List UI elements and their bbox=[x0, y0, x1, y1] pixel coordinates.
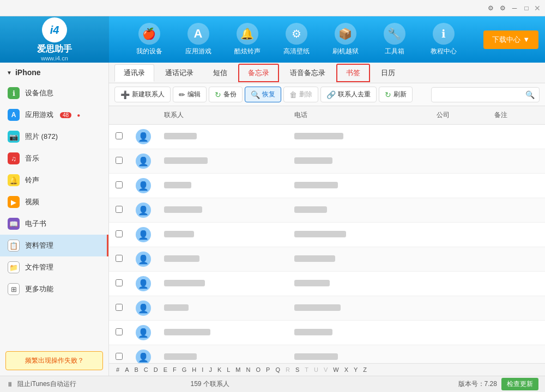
row-checkbox[interactable] bbox=[116, 353, 123, 360]
tab-sms[interactable]: 短信 bbox=[204, 65, 236, 81]
row-checkbox[interactable] bbox=[116, 157, 123, 164]
alpha-P[interactable]: P bbox=[264, 366, 271, 373]
alpha-L[interactable]: L bbox=[225, 366, 232, 373]
close-icon[interactable]: ✕ bbox=[534, 4, 541, 13]
sidebar-item-photos[interactable]: 📷 照片 (872) bbox=[0, 126, 108, 148]
nav-tutorial[interactable]: ℹ 教程中心 bbox=[419, 16, 468, 63]
alpha-H[interactable]: H bbox=[190, 366, 198, 373]
row-check[interactable] bbox=[109, 272, 129, 296]
minimize-icon[interactable]: ─ bbox=[510, 4, 519, 13]
tutorial-icon: ℹ bbox=[433, 23, 455, 45]
alpha-D[interactable]: D bbox=[152, 366, 160, 373]
row-check[interactable] bbox=[109, 174, 129, 198]
alpha-S[interactable]: S bbox=[294, 366, 301, 373]
alpha-C[interactable]: C bbox=[142, 366, 150, 373]
alpha-G[interactable]: G bbox=[180, 366, 189, 373]
backup-button[interactable]: ↻ 备份 bbox=[209, 87, 243, 102]
sidebar-item-file-mgmt[interactable]: 📁 文件管理 bbox=[0, 256, 108, 278]
table-row[interactable]: 👤 bbox=[109, 223, 545, 247]
nav-my-device[interactable]: 🍎 我的设备 bbox=[125, 16, 174, 63]
alpha-Z[interactable]: Z bbox=[361, 366, 368, 373]
nav-ringtones[interactable]: 🔔 酷炫铃声 bbox=[223, 16, 272, 63]
alpha-F[interactable]: F bbox=[171, 366, 178, 373]
row-check[interactable] bbox=[109, 321, 129, 345]
settings2-icon[interactable]: ⚙ bbox=[498, 4, 507, 13]
tab-contacts[interactable]: 通讯录 bbox=[114, 64, 154, 82]
alpha-E[interactable]: E bbox=[162, 366, 169, 373]
alpha-I[interactable]: I bbox=[200, 366, 205, 373]
edit-button[interactable]: ✏ 编辑 bbox=[173, 87, 207, 102]
sidebar-item-ebooks[interactable]: 📖 电子书 bbox=[0, 213, 108, 235]
row-check[interactable] bbox=[109, 149, 129, 174]
alpha-Q[interactable]: Q bbox=[274, 366, 282, 373]
collapse-icon: ▼ bbox=[7, 70, 12, 76]
alpha-N[interactable]: N bbox=[245, 366, 252, 373]
alpha-A[interactable]: A bbox=[123, 366, 130, 373]
delete-button[interactable]: 🗑 删除 bbox=[283, 87, 318, 102]
row-checkbox[interactable] bbox=[116, 328, 123, 335]
nav-toolbox-label: 工具箱 bbox=[385, 47, 404, 56]
table-row[interactable]: 👤 bbox=[109, 125, 545, 149]
search-icon[interactable]: 🔍 bbox=[525, 90, 535, 99]
row-check[interactable] bbox=[109, 296, 129, 321]
nav-jailbreak[interactable]: 📦 刷机越狱 bbox=[321, 16, 370, 63]
alpha-B[interactable]: B bbox=[132, 366, 140, 373]
sidebar-item-music[interactable]: ♫ 音乐 bbox=[0, 148, 108, 169]
trouble-button[interactable]: 频繁出现操作失败？ bbox=[5, 351, 103, 370]
tab-voice-notes[interactable]: 语音备忘录 bbox=[281, 65, 334, 81]
maximize-icon[interactable]: □ bbox=[522, 4, 531, 13]
row-check[interactable] bbox=[109, 223, 129, 247]
alpha-M[interactable]: M bbox=[234, 366, 242, 373]
nav-toolbox[interactable]: 🔧 工具箱 bbox=[370, 16, 419, 63]
table-row[interactable]: 👤 bbox=[109, 149, 545, 174]
alpha-W[interactable]: W bbox=[331, 366, 340, 373]
table-row[interactable]: 👤 bbox=[109, 296, 545, 321]
sidebar-item-ringtones[interactable]: 🔔 铃声 bbox=[0, 169, 108, 191]
row-avatar-cell: 👤 bbox=[129, 296, 158, 321]
sidebar-item-device-info[interactable]: ℹ 设备信息 bbox=[0, 82, 108, 104]
alpha-X[interactable]: X bbox=[343, 366, 350, 373]
row-checkbox[interactable] bbox=[116, 255, 123, 262]
row-checkbox[interactable] bbox=[116, 230, 123, 237]
table-row[interactable]: 👤 bbox=[109, 345, 545, 364]
table-row[interactable]: 👤 bbox=[109, 321, 545, 345]
row-checkbox[interactable] bbox=[116, 279, 123, 286]
search-input[interactable] bbox=[436, 91, 523, 99]
table-row[interactable]: 👤 bbox=[109, 174, 545, 198]
check-update-button[interactable]: 检查更新 bbox=[501, 378, 538, 390]
tab-call-log[interactable]: 通话记录 bbox=[156, 65, 202, 81]
row-check[interactable] bbox=[109, 198, 129, 223]
sidebar-item-apps[interactable]: A 应用游戏 48 ● bbox=[0, 104, 108, 126]
alpha-#[interactable]: # bbox=[114, 366, 121, 373]
nav-wallpaper[interactable]: ⚙ 高清壁纸 bbox=[272, 16, 321, 63]
alpha-Y[interactable]: Y bbox=[352, 366, 359, 373]
alpha-J[interactable]: J bbox=[207, 366, 214, 373]
alpha-O[interactable]: O bbox=[254, 366, 262, 373]
sidebar-item-data-mgmt[interactable]: 📋 资料管理 bbox=[0, 235, 108, 256]
new-contact-button[interactable]: ➕ 新建联系人 bbox=[114, 87, 171, 102]
restore-button[interactable]: 🔍 恢复 bbox=[245, 87, 281, 102]
table-row[interactable]: 👤 bbox=[109, 272, 545, 296]
dedup-button[interactable]: 🔗 联系人去重 bbox=[320, 87, 377, 102]
alpha-K[interactable]: K bbox=[216, 366, 223, 373]
nav-my-device-label: 我的设备 bbox=[136, 47, 162, 56]
row-checkbox[interactable] bbox=[116, 181, 123, 188]
table-row[interactable]: 👤 bbox=[109, 247, 545, 272]
sidebar-item-more[interactable]: ⊞ 更多功能 bbox=[0, 278, 108, 300]
row-checkbox[interactable] bbox=[116, 206, 123, 213]
tab-bookmarks[interactable]: 书签 bbox=[336, 64, 370, 82]
row-checkbox[interactable] bbox=[116, 132, 123, 139]
refresh-button[interactable]: ↻ 刷新 bbox=[379, 87, 413, 102]
table-row[interactable]: 👤 bbox=[109, 198, 545, 223]
row-check[interactable] bbox=[109, 125, 129, 149]
row-check[interactable] bbox=[109, 345, 129, 364]
row-check[interactable] bbox=[109, 247, 129, 272]
nav-apps[interactable]: A 应用游戏 bbox=[174, 16, 223, 63]
tab-notes[interactable]: 备忘录 bbox=[238, 64, 279, 82]
row-checkbox[interactable] bbox=[116, 304, 123, 311]
download-button[interactable]: 下载中心 ▼ bbox=[483, 30, 538, 49]
tab-calendar[interactable]: 日历 bbox=[372, 65, 404, 81]
settings-icon[interactable]: ⚙ bbox=[486, 4, 495, 13]
sidebar-item-video[interactable]: ▶ 视频 bbox=[0, 191, 108, 213]
pause-icon[interactable]: ⏸ bbox=[7, 381, 13, 388]
